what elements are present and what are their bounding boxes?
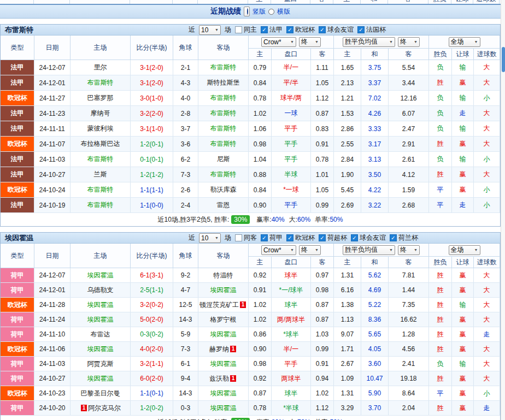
score-link[interactable]: 1-2(0-1) — [140, 140, 163, 148]
score-link[interactable]: 3-1(2-0) — [140, 79, 163, 87]
away-team-link[interactable]: 埃因霍温 — [210, 286, 237, 295]
home-team-link[interactable]: 布雷斯特 — [87, 200, 114, 210]
home-team-link[interactable]: 摩纳哥 — [91, 109, 110, 118]
home-team-link[interactable]: 布雷斯特 — [87, 155, 114, 164]
recent-count-select[interactable]: 10 — [199, 233, 221, 243]
away-team-link[interactable]: 特温特 — [214, 271, 233, 280]
league-filter[interactable]: 欧冠杯 — [286, 25, 315, 34]
home-team-link[interactable]: 阿贾克斯 — [87, 359, 114, 369]
same-venue-filter[interactable]: 同客 — [235, 233, 257, 242]
euro-company-select[interactable]: 胜平负均值 — [343, 245, 395, 255]
score-link[interactable]: 3-1(1-0) — [140, 125, 163, 133]
league-filter[interactable]: 法甲 — [261, 25, 283, 34]
league-filter-checkbox[interactable] — [357, 26, 365, 33]
euro-company-select[interactable]: 胜平负均值 — [343, 37, 395, 47]
score-link[interactable]: 3-2(1-1) — [140, 360, 163, 368]
horizontal-layout-label[interactable]: 横版 — [277, 7, 290, 16]
home-team-link[interactable]: 巴黎圣日尔曼 — [81, 389, 120, 398]
score-link[interactable]: 3-0(1-0) — [140, 94, 163, 102]
home-team-link[interactable]: 埃因霍温 — [87, 300, 114, 310]
league-filter-checkbox[interactable] — [286, 234, 293, 241]
home-team-link[interactable]: 布雷斯特 — [87, 185, 114, 194]
league-filter[interactable]: 荷甲 — [261, 233, 283, 242]
score-link[interactable]: 3-2(2-0) — [140, 110, 163, 117]
score-link[interactable]: 1-1(0-1) — [140, 389, 163, 397]
score-link[interactable]: 1-1(1-1) — [140, 186, 163, 194]
vertical-layout-label[interactable]: 竖版 — [252, 7, 266, 16]
scrollbar-thumb[interactable] — [502, 47, 505, 72]
horizontal-layout-radio[interactable] — [268, 9, 274, 15]
score-link[interactable]: 4-0(2-0) — [140, 345, 163, 353]
league-filter-checkbox[interactable] — [390, 234, 397, 241]
away-team-link[interactable]: 雷恩 — [217, 200, 230, 210]
score-link[interactable]: 0-3(0-2) — [140, 330, 163, 338]
score-link[interactable]: 5-0(2-0) — [140, 316, 163, 323]
score-link[interactable]: 1-1(0-0) — [140, 202, 163, 209]
away-team-link[interactable]: 布雷斯特 — [210, 124, 237, 133]
euro-final-select[interactable]: 终 — [398, 245, 420, 255]
away-team-link[interactable]: 格罗宁根 — [210, 315, 237, 324]
away-team-link[interactable]: 布雷斯特 — [210, 109, 237, 118]
away-team-link[interactable]: 尼斯 — [217, 155, 230, 164]
home-team-link[interactable]: 埃因霍温 — [87, 271, 114, 280]
away-team-link[interactable]: 布雷斯特 — [210, 170, 237, 179]
home-team-link[interactable]: 布雷达 — [91, 330, 110, 339]
euro-final-select[interactable]: 终 — [398, 37, 420, 47]
home-team-link[interactable]: 埃因霍温 — [87, 345, 114, 354]
away-team-link[interactable]: 布雷斯特 — [210, 63, 237, 72]
away-team-link[interactable]: 斯特拉斯堡 — [207, 78, 240, 87]
home-team-link[interactable]: 阿尔克马尔 — [88, 404, 121, 413]
home-team-link[interactable]: 巴塞罗那 — [87, 93, 114, 103]
scope-select[interactable]: 全场 — [449, 245, 480, 255]
away-team-link[interactable]: 赫罗纳 — [209, 345, 229, 354]
score-link[interactable]: 3-1(2-0) — [140, 64, 163, 72]
league-filter-checkbox[interactable] — [319, 234, 326, 241]
away-team-link[interactable]: 埃因霍温 — [210, 404, 237, 413]
score-link[interactable]: 1-2(1-2) — [140, 171, 163, 179]
home-team-link[interactable]: 蒙彼利埃 — [87, 124, 114, 133]
league-filter[interactable]: 球会友谊 — [351, 233, 386, 242]
away-team-link[interactable]: 埃因霍温 — [210, 330, 237, 339]
odds-final-select[interactable]: 终 — [299, 37, 321, 47]
away-team-link[interactable]: 布雷斯特 — [210, 93, 237, 103]
home-team-link[interactable]: 埃因霍温 — [87, 374, 114, 383]
vertical-layout-radio[interactable] — [244, 7, 250, 16]
league-filter-checkbox[interactable] — [319, 26, 326, 33]
odds-company-select[interactable]: Crow* — [261, 37, 296, 47]
recent-count-select[interactable]: 10 — [199, 25, 221, 35]
league-filter-checkbox[interactable] — [351, 234, 358, 241]
league-filter[interactable]: 法国杯 — [357, 25, 386, 34]
home-team-link[interactable]: 布雷斯特 — [87, 78, 114, 87]
scope-select[interactable]: 全场 — [449, 37, 480, 47]
odds-company-select[interactable]: Crow* — [261, 245, 296, 255]
home-team-link[interactable]: 里尔 — [94, 63, 107, 72]
away-team-link[interactable]: 埃因霍温 — [210, 389, 237, 398]
score-link[interactable]: 2-5(1-1) — [140, 286, 163, 294]
away-team-link[interactable]: 埃因霍温 — [210, 359, 237, 369]
odds-final-select[interactable]: 终 — [299, 245, 321, 255]
same-venue-checkbox[interactable] — [235, 26, 242, 33]
home-team-link[interactable]: 兰斯 — [94, 170, 107, 179]
away-team-link[interactable]: 顿涅茨克矿工 — [199, 300, 239, 310]
score-link[interactable]: 6-1(3-1) — [140, 271, 163, 279]
home-team-link[interactable]: 乌德勒支 — [87, 286, 114, 295]
away-team-link[interactable]: 布雷斯特 — [210, 139, 237, 149]
same-venue-filter[interactable]: 同主 — [235, 25, 257, 34]
league-filter[interactable]: 荷兰杯 — [390, 233, 418, 242]
league-filter[interactable]: 球会友谊 — [319, 25, 354, 34]
league-filter[interactable]: 荷超杯 — [319, 233, 347, 242]
league-filter[interactable]: 欧冠杯 — [286, 233, 315, 242]
same-venue-checkbox[interactable] — [235, 234, 242, 241]
league-filter-checkbox[interactable] — [261, 234, 268, 241]
score-link[interactable]: 3-2(0-2) — [140, 301, 163, 309]
scrollbar-track[interactable] — [501, 0, 505, 420]
league-filter-checkbox[interactable] — [261, 26, 268, 33]
score-link[interactable]: 0-1(0-1) — [140, 156, 163, 163]
away-team-link[interactable]: 勒沃库森 — [210, 185, 237, 194]
score-link[interactable]: 1-2(0-2) — [140, 404, 163, 412]
away-team-link[interactable]: 兹沃勒 — [209, 374, 229, 383]
home-team-link[interactable]: 布拉格斯巴达 — [81, 139, 120, 149]
score-link[interactable]: 6-0(2-0) — [140, 375, 163, 382]
home-team-link[interactable]: 埃因霍温 — [87, 315, 114, 324]
league-filter-checkbox[interactable] — [286, 26, 293, 33]
